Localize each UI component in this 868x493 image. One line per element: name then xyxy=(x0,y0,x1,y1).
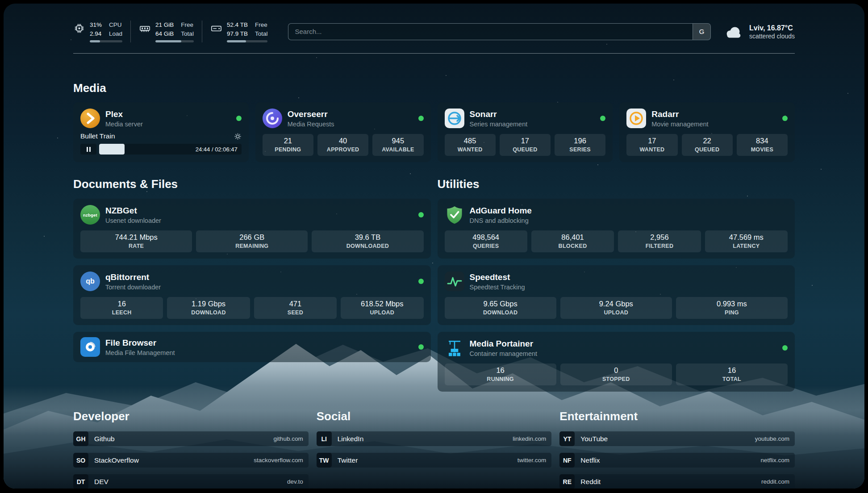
stat-leech: 16LEECH xyxy=(80,297,163,319)
status-dot xyxy=(418,212,424,217)
sonarr-card[interactable]: Sonarr Series management 485WANTED 17QUE… xyxy=(438,102,613,162)
section-title-utilities: Utilities xyxy=(438,177,795,191)
portainer-card[interactable]: Media Portainer Container management 16R… xyxy=(438,332,795,392)
stat-download: 9.65 GbpsDOWNLOAD xyxy=(445,297,556,319)
cpu-load-value: 2.94 xyxy=(90,29,102,38)
bookmark-name: DEV xyxy=(94,478,108,486)
app-name: NZBGet xyxy=(105,206,161,216)
playback-time: 24:44 / 02:06:47 xyxy=(196,146,238,153)
stat-blocked: 86,401BLOCKED xyxy=(531,230,614,252)
bookmark-dev[interactable]: DT DEV dev.to xyxy=(73,474,309,489)
disk-metric: 52.4 TB 97.9 TB Free Total xyxy=(202,21,276,42)
disk-free-label: Free xyxy=(255,21,268,29)
disk-total-value: 97.9 TB xyxy=(227,29,248,38)
pause-button[interactable] xyxy=(80,144,96,155)
section-title-developer: Developer xyxy=(73,409,309,423)
youtube-badge-icon: YT xyxy=(559,431,575,446)
plex-icon xyxy=(80,109,100,128)
cloud-icon xyxy=(723,25,744,39)
stat-queued: 22QUEUED xyxy=(682,134,733,156)
bookmark-linkedin[interactable]: LI LinkedIn linkedin.com xyxy=(317,431,552,446)
app-subtitle: Movie management xyxy=(651,121,708,128)
section-title-media: Media xyxy=(73,81,795,95)
section-title-entertainment: Entertainment xyxy=(559,409,795,423)
twitter-badge-icon: TW xyxy=(317,453,332,468)
gear-icon[interactable] xyxy=(234,133,242,140)
app-name: Overseerr xyxy=(288,109,334,119)
bookmark-name: Reddit xyxy=(580,478,601,486)
radarr-icon xyxy=(626,109,646,128)
status-dot xyxy=(600,116,605,121)
app-name: File Browser xyxy=(105,338,175,348)
stat-running: 16RUNNING xyxy=(445,363,556,385)
bookmark-reddit[interactable]: RE Reddit reddit.com xyxy=(559,474,795,489)
ram-total-label: Total xyxy=(181,29,194,38)
status-dot xyxy=(418,344,424,350)
filebrowser-card[interactable]: File Browser Media File Management xyxy=(73,332,431,362)
bookmark-name: YouTube xyxy=(580,435,608,443)
sonarr-icon xyxy=(445,109,464,128)
stat-queries: 498,564QUERIES xyxy=(445,230,527,252)
search-engine-button[interactable]: G xyxy=(693,24,710,40)
bookmark-netflix[interactable]: NF Netflix netflix.com xyxy=(559,453,795,468)
bookmark-domain: github.com xyxy=(274,435,309,442)
radarr-card[interactable]: Radarr Movie management 17WANTED 22QUEUE… xyxy=(619,102,795,162)
stat-ping: 0.993 msPING xyxy=(676,297,788,319)
dashboard-window: 31% 2.94 CPU Load xyxy=(0,0,868,493)
dashboard-background: 31% 2.94 CPU Load xyxy=(4,4,864,489)
qbittorrent-icon: qb xyxy=(80,272,100,291)
status-dot xyxy=(418,116,424,121)
nzbget-card[interactable]: nzbget NZBGet Usenet downloader 744.21 M… xyxy=(73,199,431,259)
social-bookmarks: Social LI LinkedIn linkedin.com TW Twitt… xyxy=(317,409,552,489)
stat-upload: 9.24 GbpsUPLOAD xyxy=(560,297,672,319)
documents-column: Documents & Files nzbget NZBGet Usenet d… xyxy=(73,177,431,362)
app-subtitle: Media Requests xyxy=(288,121,334,128)
bookmark-name: Netflix xyxy=(580,456,600,464)
app-name: Speedtest xyxy=(470,272,525,282)
stat-series: 196SERIES xyxy=(555,134,605,156)
stat-queued: 17QUEUED xyxy=(500,134,551,156)
dev-badge-icon: DT xyxy=(73,474,88,489)
app-subtitle: Container management xyxy=(470,350,538,357)
stat-downloaded: 39.6 TBDOWNLOADED xyxy=(312,230,423,252)
bookmark-domain: stackoverflow.com xyxy=(254,457,308,464)
overseerr-card[interactable]: Overseerr Media Requests 21PENDING 40APP… xyxy=(255,102,431,162)
app-subtitle: Media File Management xyxy=(105,349,175,356)
app-name: AdGuard Home xyxy=(470,206,532,216)
bookmark-stackoverflow[interactable]: SO StackOverflow stackoverflow.com xyxy=(73,453,309,468)
plex-card[interactable]: Plex Media server Bullet Train xyxy=(73,102,249,162)
qbittorrent-card[interactable]: qb qBittorrent Torrent downloader 16LEEC… xyxy=(73,265,431,325)
cpu-load-label: Load xyxy=(109,29,122,38)
overseerr-icon xyxy=(263,109,282,128)
app-name: Sonarr xyxy=(470,109,528,119)
bookmark-youtube[interactable]: YT YouTube youtube.com xyxy=(559,431,795,446)
speedtest-card[interactable]: Speedtest Speedtest Tracking 9.65 GbpsDO… xyxy=(438,265,795,325)
stat-upload: 618.52 MbpsUPLOAD xyxy=(341,297,423,319)
bookmark-name: LinkedIn xyxy=(338,435,364,443)
pause-icon xyxy=(87,147,91,152)
system-metrics: 31% 2.94 CPU Load xyxy=(73,21,275,42)
status-dot xyxy=(418,279,424,284)
bookmark-domain: netflix.com xyxy=(760,457,795,464)
bookmark-name: Twitter xyxy=(338,456,358,464)
bookmark-domain: linkedin.com xyxy=(513,435,551,442)
cpu-usage-label: CPU xyxy=(109,21,122,29)
search-input[interactable] xyxy=(288,24,693,40)
app-name: Media Portainer xyxy=(470,339,538,349)
stat-remaining: 266 GBREMAINING xyxy=(196,230,308,252)
app-name: qBittorrent xyxy=(105,272,161,282)
cpu-icon xyxy=(73,22,85,34)
bookmark-name: Github xyxy=(94,435,115,443)
stat-wanted: 17WANTED xyxy=(626,134,677,156)
bookmark-twitter[interactable]: TW Twitter twitter.com xyxy=(317,453,552,468)
adguard-card[interactable]: AdGuard Home DNS and adblocking 498,564Q… xyxy=(438,199,795,259)
playback-progress-bar[interactable]: 24:44 / 02:06:47 xyxy=(99,144,242,155)
status-dot xyxy=(782,345,788,351)
ram-free-label: Free xyxy=(181,21,194,29)
app-subtitle: Speedtest Tracking xyxy=(470,284,525,291)
stat-download: 1.19 GbpsDOWNLOAD xyxy=(167,297,250,319)
ram-icon xyxy=(139,22,151,34)
bookmark-github[interactable]: GH Github github.com xyxy=(73,431,309,446)
ram-free-value: 21 GiB xyxy=(155,21,174,29)
stat-available: 945AVAILABLE xyxy=(372,134,423,156)
